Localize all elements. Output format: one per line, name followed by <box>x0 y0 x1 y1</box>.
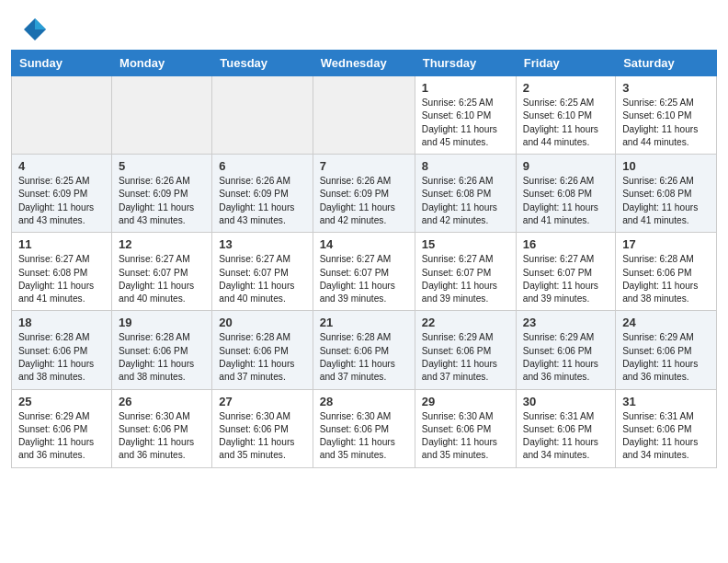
calendar-day-cell: 5Sunrise: 6:26 AM Sunset: 6:09 PM Daylig… <box>112 155 212 233</box>
day-info: Sunrise: 6:25 AM Sunset: 6:10 PM Dayligh… <box>422 97 509 149</box>
calendar-day-cell: 4Sunrise: 6:25 AM Sunset: 6:09 PM Daylig… <box>12 155 112 233</box>
calendar-day-cell: 28Sunrise: 6:30 AM Sunset: 6:06 PM Dayli… <box>313 389 415 467</box>
calendar-day-cell: 10Sunrise: 6:26 AM Sunset: 6:08 PM Dayli… <box>616 155 717 233</box>
calendar-week-row: 25Sunrise: 6:29 AM Sunset: 6:06 PM Dayli… <box>12 389 717 467</box>
calendar-day-cell: 21Sunrise: 6:28 AM Sunset: 6:06 PM Dayli… <box>313 311 415 389</box>
day-info: Sunrise: 6:28 AM Sunset: 6:06 PM Dayligh… <box>119 331 205 384</box>
day-number: 24 <box>622 316 710 329</box>
day-info: Sunrise: 6:30 AM Sunset: 6:06 PM Dayligh… <box>219 410 305 463</box>
calendar-wrapper: SundayMondayTuesdayWednesdayThursdayFrid… <box>0 50 728 479</box>
day-number: 2 <box>523 81 609 95</box>
calendar-day-cell: 25Sunrise: 6:29 AM Sunset: 6:06 PM Dayli… <box>12 389 112 467</box>
calendar-day-cell: 24Sunrise: 6:29 AM Sunset: 6:06 PM Dayli… <box>616 311 717 389</box>
calendar-day-cell: 29Sunrise: 6:30 AM Sunset: 6:06 PM Dayli… <box>415 389 516 467</box>
day-info: Sunrise: 6:31 AM Sunset: 6:06 PM Dayligh… <box>523 410 609 463</box>
day-info: Sunrise: 6:25 AM Sunset: 6:10 PM Dayligh… <box>523 97 609 149</box>
day-info: Sunrise: 6:26 AM Sunset: 6:08 PM Dayligh… <box>422 175 509 227</box>
day-number: 22 <box>422 316 509 329</box>
calendar-day-cell: 18Sunrise: 6:28 AM Sunset: 6:06 PM Dayli… <box>12 311 112 389</box>
day-info: Sunrise: 6:30 AM Sunset: 6:06 PM Dayligh… <box>119 410 205 463</box>
weekday-header-friday: Friday <box>516 51 615 76</box>
day-number: 31 <box>622 395 710 408</box>
day-number: 19 <box>119 316 205 329</box>
day-info: Sunrise: 6:27 AM Sunset: 6:07 PM Dayligh… <box>422 253 509 305</box>
day-number: 23 <box>523 316 609 329</box>
day-number: 1 <box>422 81 509 95</box>
day-info: Sunrise: 6:25 AM Sunset: 6:09 PM Dayligh… <box>18 175 105 227</box>
day-number: 29 <box>422 395 509 408</box>
day-info: Sunrise: 6:27 AM Sunset: 6:07 PM Dayligh… <box>523 253 609 305</box>
calendar-day-cell: 23Sunrise: 6:29 AM Sunset: 6:06 PM Dayli… <box>516 311 615 389</box>
day-number: 15 <box>422 237 509 251</box>
day-number: 30 <box>523 395 609 408</box>
day-number: 17 <box>622 237 710 251</box>
weekday-header-tuesday: Tuesday <box>212 51 313 76</box>
calendar-day-cell: 8Sunrise: 6:26 AM Sunset: 6:08 PM Daylig… <box>415 155 516 233</box>
day-info: Sunrise: 6:27 AM Sunset: 6:07 PM Dayligh… <box>119 253 205 305</box>
calendar-day-cell: 16Sunrise: 6:27 AM Sunset: 6:07 PM Dayli… <box>516 233 615 311</box>
calendar-day-cell: 7Sunrise: 6:26 AM Sunset: 6:09 PM Daylig… <box>313 155 415 233</box>
calendar-day-cell: 26Sunrise: 6:30 AM Sunset: 6:06 PM Dayli… <box>112 389 212 467</box>
day-number: 21 <box>320 316 408 329</box>
calendar-day-cell: 27Sunrise: 6:30 AM Sunset: 6:06 PM Dayli… <box>212 389 313 467</box>
calendar-day-cell: 11Sunrise: 6:27 AM Sunset: 6:08 PM Dayli… <box>12 233 112 311</box>
day-info: Sunrise: 6:27 AM Sunset: 6:07 PM Dayligh… <box>320 253 408 305</box>
calendar-day-cell: 3Sunrise: 6:25 AM Sunset: 6:10 PM Daylig… <box>616 76 717 155</box>
calendar-body: 1Sunrise: 6:25 AM Sunset: 6:10 PM Daylig… <box>12 76 717 468</box>
calendar-day-cell: 31Sunrise: 6:31 AM Sunset: 6:06 PM Dayli… <box>616 389 717 467</box>
calendar-day-cell: 9Sunrise: 6:26 AM Sunset: 6:08 PM Daylig… <box>516 155 615 233</box>
calendar-day-cell: 20Sunrise: 6:28 AM Sunset: 6:06 PM Dayli… <box>212 311 313 389</box>
day-info: Sunrise: 6:28 AM Sunset: 6:06 PM Dayligh… <box>622 253 710 305</box>
day-info: Sunrise: 6:30 AM Sunset: 6:06 PM Dayligh… <box>422 410 509 463</box>
day-info: Sunrise: 6:28 AM Sunset: 6:06 PM Dayligh… <box>219 331 305 384</box>
day-number: 12 <box>119 237 205 251</box>
calendar-day-cell: 12Sunrise: 6:27 AM Sunset: 6:07 PM Dayli… <box>112 233 212 311</box>
logo-icon <box>22 17 48 42</box>
day-info: Sunrise: 6:27 AM Sunset: 6:08 PM Dayligh… <box>18 253 105 305</box>
day-number: 11 <box>18 237 105 251</box>
day-info: Sunrise: 6:26 AM Sunset: 6:08 PM Dayligh… <box>622 175 710 227</box>
day-number: 9 <box>523 159 609 173</box>
day-info: Sunrise: 6:28 AM Sunset: 6:06 PM Dayligh… <box>18 331 105 384</box>
day-number: 18 <box>18 316 105 329</box>
day-number: 7 <box>320 159 408 173</box>
day-number: 4 <box>18 159 105 173</box>
calendar-day-cell: 17Sunrise: 6:28 AM Sunset: 6:06 PM Dayli… <box>616 233 717 311</box>
day-info: Sunrise: 6:30 AM Sunset: 6:06 PM Dayligh… <box>320 410 408 463</box>
day-info: Sunrise: 6:27 AM Sunset: 6:07 PM Dayligh… <box>219 253 305 305</box>
day-number: 25 <box>18 395 105 408</box>
day-number: 26 <box>119 395 205 408</box>
day-info: Sunrise: 6:29 AM Sunset: 6:06 PM Dayligh… <box>622 331 710 384</box>
day-info: Sunrise: 6:26 AM Sunset: 6:09 PM Dayligh… <box>320 175 408 227</box>
day-info: Sunrise: 6:26 AM Sunset: 6:08 PM Dayligh… <box>523 175 609 227</box>
day-number: 5 <box>119 159 205 173</box>
weekday-header-sunday: Sunday <box>12 51 112 76</box>
calendar-day-cell: 6Sunrise: 6:26 AM Sunset: 6:09 PM Daylig… <box>212 155 313 233</box>
day-info: Sunrise: 6:26 AM Sunset: 6:09 PM Dayligh… <box>219 175 305 227</box>
day-number: 28 <box>320 395 408 408</box>
day-number: 16 <box>523 237 609 251</box>
day-info: Sunrise: 6:26 AM Sunset: 6:09 PM Dayligh… <box>119 175 205 227</box>
day-info: Sunrise: 6:29 AM Sunset: 6:06 PM Dayligh… <box>523 331 609 384</box>
day-info: Sunrise: 6:29 AM Sunset: 6:06 PM Dayligh… <box>422 331 509 384</box>
calendar-day-cell <box>112 76 212 155</box>
page-header <box>0 0 728 50</box>
calendar-day-cell <box>313 76 415 155</box>
calendar-day-cell: 19Sunrise: 6:28 AM Sunset: 6:06 PM Dayli… <box>112 311 212 389</box>
logo <box>22 17 51 42</box>
day-number: 10 <box>622 159 710 173</box>
calendar-day-cell <box>12 76 112 155</box>
calendar-day-cell: 22Sunrise: 6:29 AM Sunset: 6:06 PM Dayli… <box>415 311 516 389</box>
day-number: 3 <box>622 81 710 95</box>
calendar-week-row: 11Sunrise: 6:27 AM Sunset: 6:08 PM Dayli… <box>12 233 717 311</box>
calendar-day-cell: 30Sunrise: 6:31 AM Sunset: 6:06 PM Dayli… <box>516 389 615 467</box>
calendar-day-cell: 14Sunrise: 6:27 AM Sunset: 6:07 PM Dayli… <box>313 233 415 311</box>
calendar-header-row: SundayMondayTuesdayWednesdayThursdayFrid… <box>12 51 717 76</box>
day-number: 13 <box>219 237 305 251</box>
weekday-header-wednesday: Wednesday <box>313 51 415 76</box>
calendar-day-cell: 15Sunrise: 6:27 AM Sunset: 6:07 PM Dayli… <box>415 233 516 311</box>
weekday-header-saturday: Saturday <box>616 51 717 76</box>
calendar-day-cell: 13Sunrise: 6:27 AM Sunset: 6:07 PM Dayli… <box>212 233 313 311</box>
calendar-day-cell: 2Sunrise: 6:25 AM Sunset: 6:10 PM Daylig… <box>516 76 615 155</box>
svg-marker-1 <box>35 18 46 29</box>
